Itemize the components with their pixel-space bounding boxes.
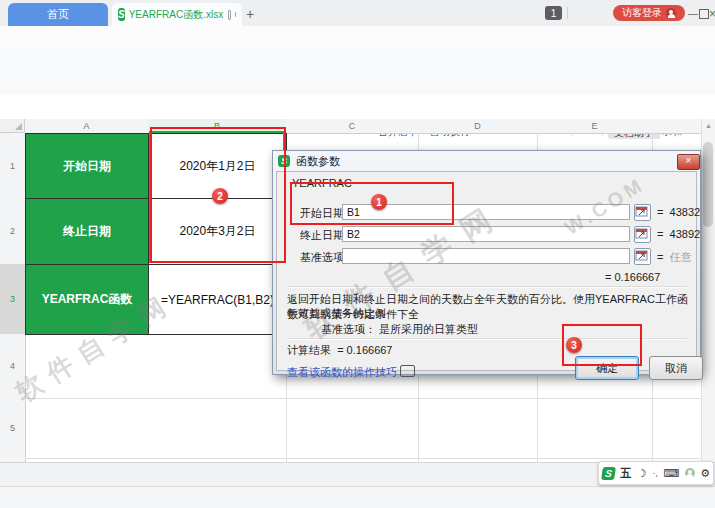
keyboard-icon[interactable]: ⌨ — [663, 467, 679, 480]
arg2-result: = 43892 — [657, 228, 700, 240]
wps-spreadsheet-window: 首页 S YEARFRAC函数.xlsx + 1 访客登录 — × ≡ 文件 ↶… — [0, 0, 715, 508]
wps-logo-icon: S — [118, 8, 125, 21]
cell-A2[interactable]: 终止日期 — [25, 198, 149, 265]
dialog-title: 函数参数 — [296, 154, 340, 169]
document-tab-title: YEARFRAC函数.xlsx — [129, 8, 223, 22]
window-count-badge[interactable]: 1 — [545, 6, 562, 20]
cell-B3-editing[interactable]: =YEARFRAC(B1,B2) — [148, 264, 287, 335]
restore-button[interactable] — [699, 9, 709, 19]
select-all-corner[interactable] — [0, 119, 25, 133]
column-header-partial[interactable] — [652, 119, 702, 134]
formula-bar: YEARFRAC ▾ × ✓ fx =YEARFRAC(B1,B2) — [0, 94, 715, 120]
arg1-range-picker-button[interactable] — [634, 204, 651, 221]
punctuation-icon[interactable]: ·, — [652, 468, 658, 478]
status-bar: ⊘ 文档未保护 编辑状态 ▾ 100% ▾ − + — [0, 486, 715, 508]
arg1-result: = 43832 — [657, 206, 700, 218]
annotation-step2-badge: 2 — [212, 188, 228, 204]
unsaved-dot-icon — [235, 12, 236, 17]
pin-icon[interactable] — [228, 10, 231, 20]
arg-hint: 基准选项： 是所采用的日算类型 — [321, 322, 478, 337]
gridline — [25, 398, 701, 399]
arg3-input[interactable] — [342, 248, 630, 264]
ime-user-icon[interactable] — [685, 468, 695, 478]
arg3-range-picker-button[interactable] — [634, 248, 651, 265]
function-tips-link[interactable]: 查看该函数的操作技巧 — [287, 364, 415, 380]
minimize-button[interactable]: — — [688, 8, 698, 19]
moon-icon[interactable]: ☽ — [637, 467, 647, 480]
divider — [287, 286, 687, 288]
column-header-E[interactable]: E — [537, 119, 653, 134]
arg3-result: = 任意 — [657, 250, 692, 265]
tab-document[interactable]: S YEARFRAC函数.xlsx — [112, 3, 242, 26]
annotation-step1-badge: 1 — [371, 194, 387, 210]
close-window-button[interactable]: × — [709, 7, 715, 21]
arg3-label: 基准选项 — [300, 250, 344, 265]
ime-toolbar: S 五 ☽ ·, ⌨ ⚙ — [598, 461, 714, 485]
dialog-close-button[interactable]: × — [677, 154, 700, 170]
ribbon-toolbar: ✂ 粘贴 ▾ 格式刷 ▾ ▾ A⁺ A⁻ B I U ⊞ ▨ ◇ A ◈ ⊞ 合… — [0, 48, 715, 95]
video-icon — [400, 365, 415, 377]
window-tab-bar: 首页 S YEARFRAC函数.xlsx + 1 访客登录 — × — [0, 0, 715, 27]
vertical-scroll-thumb[interactable] — [703, 142, 713, 227]
arg2-range-picker-button[interactable] — [634, 226, 651, 243]
row-header-1[interactable]: 1 — [0, 133, 26, 199]
arg2-label: 终止日期 — [300, 228, 344, 243]
ime-logo-icon[interactable]: S — [601, 467, 616, 480]
scroll-up-icon[interactable]: ▲ — [702, 119, 715, 131]
cancel-button[interactable]: 取消 — [649, 356, 703, 380]
row-header-3[interactable]: 3 — [0, 264, 26, 335]
cell-A3[interactable]: YEARFRAC函数 — [25, 264, 149, 335]
row-header-4[interactable]: 4 — [0, 334, 26, 399]
dialog-title-bar[interactable]: S 函数参数 — [273, 151, 700, 171]
column-header-A[interactable]: A — [25, 119, 149, 134]
row-header-2[interactable]: 2 — [0, 198, 26, 265]
gridline — [25, 458, 701, 459]
ime-lang-button[interactable]: 五 — [620, 466, 631, 481]
row-header-5[interactable]: 5 — [0, 398, 26, 459]
menu-bar: ≡ 文件 ↶ ↷ ▾ 开始 插入 页面布局 公式 数据 审阅 视图 安全 开发工… — [0, 26, 715, 49]
column-header-C[interactable]: C — [286, 119, 419, 134]
wrench-icon[interactable]: ⚙ — [700, 467, 710, 480]
guest-login-label: 访客登录 — [622, 6, 662, 20]
cell-A1[interactable]: 开始日期 — [25, 133, 149, 199]
column-header-D[interactable]: D — [418, 119, 538, 134]
annotation-step3-badge: 3 — [566, 337, 582, 353]
user-avatar-icon — [666, 8, 676, 18]
arg2-value: B2 — [347, 228, 360, 240]
guest-login-button[interactable]: 访客登录 — [613, 5, 685, 21]
divider — [567, 7, 568, 19]
new-tab-button[interactable]: + — [241, 5, 259, 23]
function-description-line2: 年效益或债务的比例 — [287, 306, 386, 321]
arg2-input[interactable]: B2 — [342, 226, 630, 242]
corner-triangle-icon — [15, 123, 22, 130]
calc-result: 计算结果 = 0.166667 — [287, 343, 393, 358]
formula-preview-result: = 0.166667 — [605, 271, 660, 283]
tab-home[interactable]: 首页 — [8, 3, 108, 26]
